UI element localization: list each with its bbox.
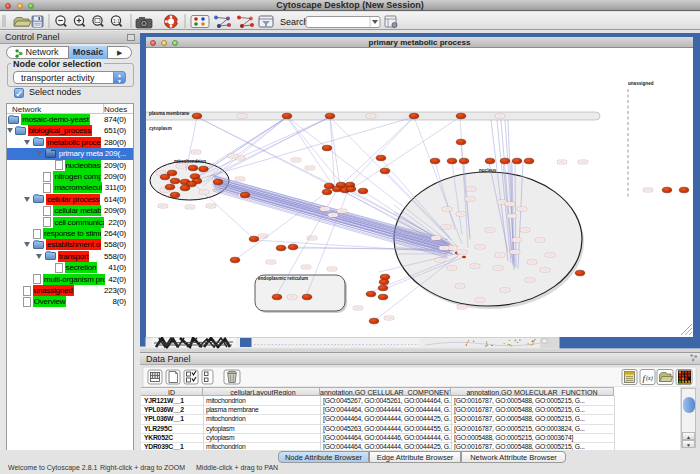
svg-text:mitochondrion: mitochondrion xyxy=(174,159,206,164)
svg-text:nucleus: nucleus xyxy=(479,168,497,173)
svg-text:endoplasmic reticulum: endoplasmic reticulum xyxy=(258,276,308,281)
svg-text:unassigned: unassigned xyxy=(628,81,654,86)
svg-text:(x): (x) xyxy=(646,375,653,382)
svg-text:cytoplasm: cytoplasm xyxy=(149,126,172,131)
svg-text:plasma membrane: plasma membrane xyxy=(149,111,190,116)
svg-text:1:1: 1:1 xyxy=(113,18,120,24)
